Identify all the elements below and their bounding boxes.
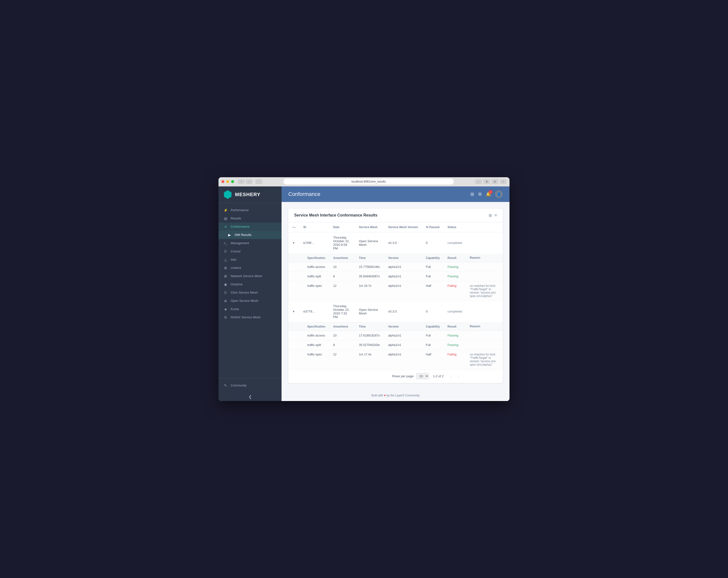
results-card-header: Service Mesh Interface Conformance Resul… — [288, 209, 503, 222]
nav-buttons: ‹ › — [238, 179, 253, 184]
sidebar-item-conformance[interactable]: ≡ Conformance — [218, 222, 282, 231]
urlbar[interactable]: localhost:9081/smi_results — [284, 179, 454, 184]
notification-bell[interactable]: 🔔 2 — [486, 191, 491, 197]
sub-row-1-2: traffic-spec 12 1m 17.4s alpha1/v1 Half … — [288, 350, 503, 369]
back-button[interactable]: ‹ — [238, 179, 245, 184]
sub-row-0-0: traffic-access 10 15.775600146s alpha1/v… — [288, 262, 503, 271]
rows-per-page-label: Rows per page: — [392, 374, 414, 378]
cell-version-1: v0.3.0 — [384, 300, 422, 322]
sub-time-1-0: 17.618919267s — [355, 331, 384, 340]
grid-view-icon[interactable]: ⊞ — [489, 213, 492, 218]
sub-reason-1-0 — [466, 331, 503, 340]
user-avatar[interactable]: 👤 — [495, 190, 503, 198]
cell-passed-1: 0 — [422, 300, 444, 322]
logo-text: MESHERY — [235, 192, 260, 198]
expand-icon-0[interactable]: ▼ — [292, 241, 295, 245]
sub-capability-1-2: Half — [422, 350, 444, 369]
sub-col-version: Version — [384, 322, 422, 331]
sidebar-label-consul: Consul — [231, 249, 240, 253]
expand-cell-1[interactable]: ▼ — [288, 300, 300, 322]
sub-col-version: Version — [384, 254, 422, 262]
add-tab-btn[interactable]: + — [500, 179, 506, 184]
sub-result-0-2: Failing — [444, 281, 466, 300]
sidebar-label-istio: Istio — [231, 258, 236, 261]
minimize-dot[interactable] — [226, 180, 229, 183]
logo-area: MESHERY — [218, 186, 282, 203]
sub-row-1-1: traffic-split 8 35.527540243s alpha1/v1 … — [288, 340, 503, 350]
sidebar-item-smi-results[interactable]: ▶ SMI Results — [218, 231, 282, 239]
sidebar-item-nginx-service-mesh[interactable]: N NGINX Service Mesh — [218, 313, 282, 321]
col-status: Status — [444, 222, 466, 232]
table-row: ▼ e3779... Thursday, October 22, 2020 7:… — [288, 300, 503, 322]
chevron-left-icon: ❮ — [249, 394, 252, 399]
sidebar-item-consul[interactable]: © Consul — [218, 247, 282, 256]
expand-icon-1[interactable]: ▼ — [292, 310, 295, 313]
sidebar-item-network-service-mesh[interactable]: ⊞ Network Service Mesh — [218, 272, 282, 280]
sub-header-1: Specification Assertions Time Version Ca… — [288, 322, 503, 331]
results-header-actions: ⊞ ≡ — [489, 213, 497, 218]
sub-assertions-1-1: 8 — [329, 340, 355, 350]
expand-cell-0[interactable]: ▼ — [288, 232, 300, 254]
sidebar-item-community[interactable]: ✎ Community — [218, 382, 282, 390]
window-btn[interactable] — [255, 179, 262, 184]
logo-icon — [223, 190, 232, 199]
col-id: ID — [300, 222, 329, 232]
avatar-icon: 👤 — [497, 192, 501, 196]
sidebar-item-kuma[interactable]: ◈ Kuma — [218, 305, 282, 313]
next-page-btn[interactable]: › — [455, 373, 462, 380]
sidebar-item-octarine[interactable]: ◉ Octarine — [218, 280, 282, 289]
fullscreen-dot[interactable] — [231, 180, 234, 183]
page-nav: ‹ › — [447, 373, 462, 380]
sub-result-1-2: Failing — [444, 350, 466, 369]
sub-version-0-1: alpha1/v1 — [384, 271, 422, 281]
sidebar-item-performance[interactable]: ⚡ Performance — [218, 206, 282, 214]
window-mode-btn[interactable]: ⧉ — [492, 179, 498, 184]
sidebar-item-results[interactable]: ▤ Results — [218, 214, 282, 222]
forward-button[interactable]: › — [246, 179, 253, 184]
sub-result-0-0: Passing — [444, 262, 466, 271]
sub-time-0-2: 1m 16.7s — [355, 281, 384, 300]
sidebar-item-istio[interactable]: △ Istio — [218, 256, 282, 264]
sidebar-label-conformance: Conformance — [231, 225, 250, 228]
col-date: Date — [329, 222, 355, 232]
table-header: — ID Date Service Mesh Service Mesh Vers… — [288, 222, 503, 232]
filter-icon[interactable]: ≡ — [495, 213, 497, 218]
prev-page-btn[interactable]: ‹ — [447, 373, 454, 380]
sub-time-0-1: 35.849463067s — [355, 271, 384, 281]
titlebar-actions: ↓ ⬆ ⧉ + — [475, 179, 506, 184]
cell-status-0: completed — [444, 232, 466, 254]
sidebar-item-linkerd[interactable]: ⊞ Linkerd — [218, 264, 282, 272]
download-btn[interactable]: ↓ — [475, 179, 482, 184]
cell-status-1: completed — [444, 300, 466, 322]
per-page-select[interactable]: 10 25 50 — [416, 373, 429, 379]
sidebar-item-open-service-mesh[interactable]: ⊕ Open Service Mesh — [218, 297, 282, 305]
footer: Built with ♥ by the Layer5 Community — [282, 390, 510, 401]
topbar-actions: ⊞ ⚙ 🔔 2 👤 — [470, 190, 503, 198]
sub-version-0-2: alpha1/v1 — [384, 281, 422, 300]
sub-time-0-0: 15.775600146s — [355, 262, 384, 271]
sidebar: MESHERY ⚡ Performance ▤ Results ≡ Confor… — [218, 186, 282, 401]
grid-icon[interactable]: ⊞ — [470, 191, 474, 197]
sub-capability-0-0: Full — [422, 262, 444, 271]
sub-result-0-1: Passing — [444, 271, 466, 281]
cell-version-0: v0.3.0 — [384, 232, 422, 254]
sidebar-collapse-btn[interactable]: ❮ — [218, 393, 282, 401]
share-btn[interactable]: ⬆ — [483, 179, 490, 184]
close-dot[interactable] — [222, 180, 224, 183]
sub-col-assertions: Assertions — [329, 322, 355, 331]
sidebar-label-results: Results — [231, 216, 241, 220]
topbar: Conformance ⊞ ⚙ 🔔 2 👤 — [282, 186, 510, 202]
settings-icon[interactable]: ⚙ — [478, 191, 482, 197]
sidebar-item-management[interactable]: >_ Management — [218, 239, 282, 247]
sidebar-label-kuma: Kuma — [231, 307, 239, 311]
sub-capability-1-0: Full — [422, 331, 444, 340]
footer-text-before: Built with — [371, 394, 383, 397]
page-info: 1-2 of 2 — [433, 374, 444, 378]
sidebar-item-citrix-service-mesh[interactable]: © Citrix Service Mesh — [218, 289, 282, 297]
cell-service-mesh-1: Open Service Mesh — [355, 300, 384, 322]
rows-per-page: Rows per page: 10 25 50 — [392, 373, 429, 379]
sub-spec-0-2: traffic-spec — [300, 281, 329, 300]
sub-spec-0-1: traffic-split — [300, 271, 329, 281]
conformance-icon: ≡ — [223, 225, 228, 229]
footer-text-after: by the Layer5 Community — [387, 394, 420, 397]
